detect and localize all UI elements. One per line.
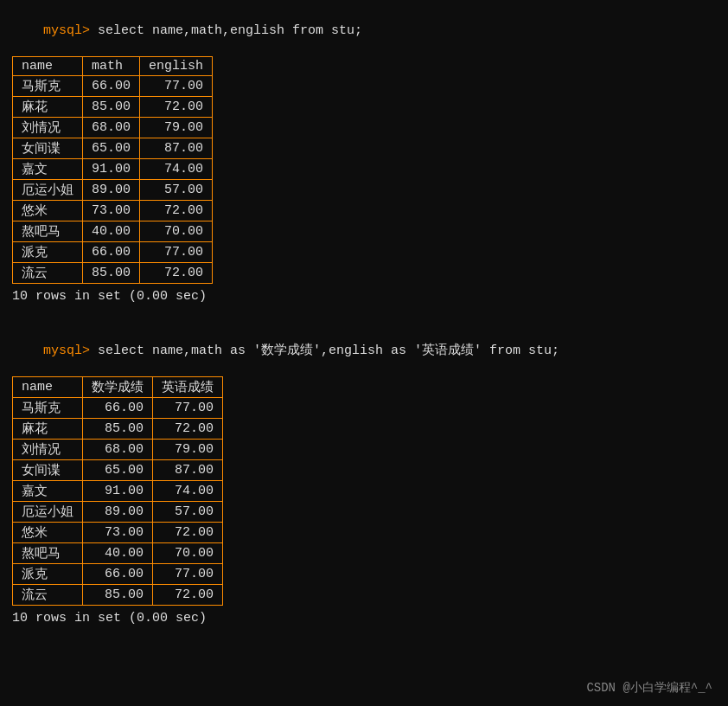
table-cell: 85.00 bbox=[83, 97, 140, 118]
table-cell: 65.00 bbox=[83, 138, 140, 159]
table-cell: 66.00 bbox=[83, 564, 153, 585]
table-row: 刘情况68.0079.00 bbox=[13, 118, 213, 138]
table-cell: 女间谍 bbox=[13, 138, 83, 159]
table-row: 麻花85.0072.00 bbox=[13, 97, 213, 118]
col-header-name-2: name bbox=[13, 377, 83, 398]
table-cell: 72.00 bbox=[153, 523, 223, 543]
header-row-1: name math english bbox=[13, 57, 213, 76]
table-cell: 流云 bbox=[13, 585, 83, 606]
table-cell: 89.00 bbox=[83, 180, 140, 201]
table-row: 刘情况68.0079.00 bbox=[13, 440, 223, 460]
table-cell: 68.00 bbox=[83, 118, 140, 138]
table-cell: 麻花 bbox=[13, 97, 83, 118]
table-cell: 熬吧马 bbox=[13, 221, 83, 242]
table-cell: 70.00 bbox=[140, 221, 213, 242]
table-row: 派克66.0077.00 bbox=[13, 242, 213, 263]
table-cell: 72.00 bbox=[153, 419, 223, 440]
table-cell: 72.00 bbox=[140, 263, 213, 284]
col-header-math-1: math bbox=[83, 57, 140, 76]
table-cell: 66.00 bbox=[83, 76, 140, 97]
table-cell: 89.00 bbox=[83, 502, 153, 523]
col-header-english-cn-2: 英语成绩 bbox=[153, 377, 223, 398]
table-head-1: name math english bbox=[13, 57, 213, 76]
header-row-2: name 数学成绩 英语成绩 bbox=[13, 377, 223, 398]
table-row: 马斯克66.0077.00 bbox=[13, 76, 213, 97]
query-block-1: mysql> select name,math,english from stu… bbox=[12, 9, 716, 304]
table-cell: 57.00 bbox=[140, 180, 213, 201]
result-info-1: 10 rows in set (0.00 sec) bbox=[12, 289, 716, 304]
table-cell: 刘情况 bbox=[13, 440, 83, 460]
table-cell: 66.00 bbox=[83, 398, 153, 419]
col-header-math-cn-2: 数学成绩 bbox=[83, 377, 153, 398]
table-cell: 77.00 bbox=[153, 398, 223, 419]
result-table-1: name math english 马斯克66.0077.00麻花85.0072… bbox=[12, 56, 213, 284]
table-cell: 女间谍 bbox=[13, 460, 83, 481]
table-cell: 70.00 bbox=[153, 543, 223, 564]
table-head-2: name 数学成绩 英语成绩 bbox=[13, 377, 223, 398]
table-cell: 嘉文 bbox=[13, 481, 83, 502]
table-row: 流云85.0072.00 bbox=[13, 263, 213, 284]
prompt-symbol-2: mysql> bbox=[43, 343, 90, 358]
table-cell: 57.00 bbox=[153, 502, 223, 523]
table-row: 厄运小姐89.0057.00 bbox=[13, 180, 213, 201]
table-row: 熬吧马40.0070.00 bbox=[13, 221, 213, 242]
table-cell: 79.00 bbox=[140, 118, 213, 138]
table-row: 麻花85.0072.00 bbox=[13, 419, 223, 440]
table-cell: 68.00 bbox=[83, 440, 153, 460]
table-cell: 74.00 bbox=[140, 159, 213, 180]
table-row: 嘉文91.0074.00 bbox=[13, 159, 213, 180]
sql-text-2: select name,math as '数学成绩',english as '英… bbox=[90, 343, 559, 358]
table-cell: 65.00 bbox=[83, 460, 153, 481]
result-info-2: 10 rows in set (0.00 sec) bbox=[12, 611, 716, 626]
table-cell: 66.00 bbox=[83, 242, 140, 263]
sql-text-1: select name,math,english from stu; bbox=[90, 23, 362, 38]
table-cell: 40.00 bbox=[83, 543, 153, 564]
table-cell: 72.00 bbox=[140, 97, 213, 118]
table-row: 厄运小姐89.0057.00 bbox=[13, 502, 223, 523]
watermark: CSDN @小白学编程^_^ bbox=[586, 680, 712, 696]
table-cell: 77.00 bbox=[153, 564, 223, 585]
table-cell: 派克 bbox=[13, 564, 83, 585]
table-cell: 麻花 bbox=[13, 419, 83, 440]
table-cell: 72.00 bbox=[140, 201, 213, 221]
table-cell: 流云 bbox=[13, 263, 83, 284]
table-row: 悠米73.0072.00 bbox=[13, 201, 213, 221]
table-cell: 87.00 bbox=[140, 138, 213, 159]
table-cell: 嘉文 bbox=[13, 159, 83, 180]
table-cell: 72.00 bbox=[153, 585, 223, 606]
table-wrapper-1: name math english 马斯克66.0077.00麻花85.0072… bbox=[12, 56, 716, 284]
col-header-name-1: name bbox=[13, 57, 83, 76]
table-cell: 派克 bbox=[13, 242, 83, 263]
prompt-line-2: mysql> select name,math as '数学成绩',englis… bbox=[12, 327, 716, 373]
table-cell: 73.00 bbox=[83, 523, 153, 543]
result-table-2: name 数学成绩 英语成绩 马斯克66.0077.00麻花85.0072.00… bbox=[12, 376, 223, 606]
table-cell: 77.00 bbox=[140, 76, 213, 97]
prompt-symbol-1: mysql> bbox=[43, 23, 90, 38]
table-cell: 73.00 bbox=[83, 201, 140, 221]
table-row: 派克66.0077.00 bbox=[13, 564, 223, 585]
table-cell: 马斯克 bbox=[13, 398, 83, 419]
table-row: 马斯克66.0077.00 bbox=[13, 398, 223, 419]
table-cell: 熬吧马 bbox=[13, 543, 83, 564]
table-row: 女间谍65.0087.00 bbox=[13, 460, 223, 481]
table-cell: 刘情况 bbox=[13, 118, 83, 138]
table-cell: 85.00 bbox=[83, 585, 153, 606]
table-cell: 74.00 bbox=[153, 481, 223, 502]
table-cell: 厄运小姐 bbox=[13, 502, 83, 523]
table-row: 熬吧马40.0070.00 bbox=[13, 543, 223, 564]
table-wrapper-2: name 数学成绩 英语成绩 马斯克66.0077.00麻花85.0072.00… bbox=[12, 376, 716, 606]
col-header-english-1: english bbox=[140, 57, 213, 76]
table-cell: 40.00 bbox=[83, 221, 140, 242]
table-cell: 77.00 bbox=[140, 242, 213, 263]
table-cell: 91.00 bbox=[83, 481, 153, 502]
table-body-2: 马斯克66.0077.00麻花85.0072.00刘情况68.0079.00女间… bbox=[13, 398, 223, 606]
table-cell: 87.00 bbox=[153, 460, 223, 481]
table-cell: 79.00 bbox=[153, 440, 223, 460]
table-cell: 85.00 bbox=[83, 263, 140, 284]
table-cell: 厄运小姐 bbox=[13, 180, 83, 201]
table-row: 女间谍65.0087.00 bbox=[13, 138, 213, 159]
table-row: 悠米73.0072.00 bbox=[13, 523, 223, 543]
table-cell: 91.00 bbox=[83, 159, 140, 180]
prompt-line-1: mysql> select name,math,english from stu… bbox=[12, 9, 716, 53]
table-cell: 悠米 bbox=[13, 201, 83, 221]
